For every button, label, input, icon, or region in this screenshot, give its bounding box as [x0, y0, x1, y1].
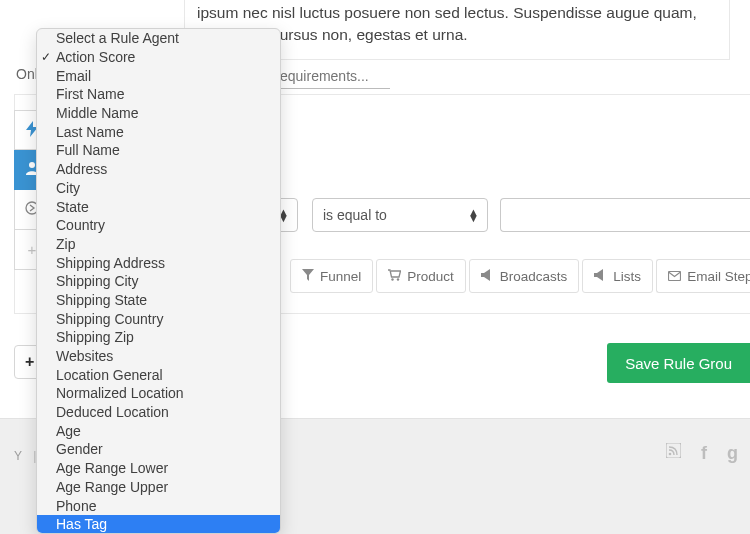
broadcast-icon: [481, 269, 494, 284]
chip-funnel[interactable]: Funnel: [290, 259, 373, 293]
dropdown-item[interactable]: Websites: [37, 347, 280, 366]
chip-lists[interactable]: Lists: [582, 259, 653, 293]
dropdown-item[interactable]: Normalized Location: [37, 384, 280, 403]
plus-icon: +: [25, 353, 34, 371]
dropdown-item[interactable]: Shipping City: [37, 272, 280, 291]
dropdown-item[interactable]: Full Name: [37, 141, 280, 160]
dropdown-item[interactable]: Age Range Upper: [37, 478, 280, 497]
lists-icon: [594, 269, 607, 284]
google-plus-icon[interactable]: g: [727, 443, 738, 464]
dropdown-item[interactable]: First Name: [37, 85, 280, 104]
facebook-icon[interactable]: f: [701, 443, 707, 464]
chip-label: Email Step: [687, 269, 750, 284]
footer-policy-fragment: Y: [14, 449, 23, 463]
rule-agent-dropdown[interactable]: Select a Rule AgentAction ScoreEmailFirs…: [36, 28, 281, 534]
svg-rect-5: [666, 443, 681, 458]
dropdown-item[interactable]: Select a Rule Agent: [37, 29, 280, 48]
envelope-icon: [668, 269, 681, 284]
dropdown-item[interactable]: Middle Name: [37, 104, 280, 123]
dropdown-item[interactable]: Action Score: [37, 48, 280, 67]
dropdown-item[interactable]: Has Tag: [37, 515, 280, 534]
app-canvas: ipsum nec nisl luctus posuere non sed le…: [0, 0, 750, 534]
dropdown-item[interactable]: Age: [37, 421, 280, 440]
dropdown-item[interactable]: Phone: [37, 496, 280, 515]
dropdown-item[interactable]: Zip: [37, 235, 280, 254]
chip-label: Product: [407, 269, 454, 284]
funnel-icon: [302, 269, 314, 284]
dropdown-item[interactable]: Shipping Address: [37, 253, 280, 272]
rss-icon[interactable]: [666, 443, 681, 464]
dropdown-item[interactable]: Location General: [37, 365, 280, 384]
chip-broadcasts[interactable]: Broadcasts: [469, 259, 580, 293]
svg-point-2: [392, 278, 394, 280]
footer-social: f g: [666, 443, 738, 464]
dropdown-item[interactable]: City: [37, 179, 280, 198]
dropdown-item[interactable]: Country: [37, 216, 280, 235]
updown-icon: ▲▼: [468, 209, 479, 221]
cart-icon: [388, 269, 401, 284]
dropdown-item[interactable]: Gender: [37, 440, 280, 459]
dropdown-item[interactable]: Shipping Zip: [37, 328, 280, 347]
svg-point-3: [397, 278, 399, 280]
chip-label: Broadcasts: [500, 269, 568, 284]
chip-email-step[interactable]: Email Step: [656, 259, 750, 293]
operator-value: is equal to: [323, 207, 387, 223]
filter-chip-row: Funnel Product Broadcasts Lists Email St…: [290, 259, 750, 293]
svg-point-0: [29, 162, 35, 168]
chip-label: Funnel: [320, 269, 361, 284]
dropdown-item[interactable]: Email: [37, 66, 280, 85]
dropdown-item[interactable]: Address: [37, 160, 280, 179]
save-rule-group-button[interactable]: Save Rule Grou: [607, 343, 750, 383]
dropdown-item[interactable]: State: [37, 197, 280, 216]
chip-product[interactable]: Product: [376, 259, 466, 293]
svg-point-6: [669, 453, 672, 456]
dropdown-item[interactable]: Shipping State: [37, 291, 280, 310]
dropdown-item[interactable]: Shipping Country: [37, 309, 280, 328]
operator-select[interactable]: is equal to ▲▼: [312, 198, 488, 232]
value-input[interactable]: [500, 198, 750, 232]
chip-label: Lists: [613, 269, 641, 284]
requirements-input[interactable]: [280, 66, 390, 89]
dropdown-item[interactable]: Last Name: [37, 122, 280, 141]
dropdown-item[interactable]: Deduced Location: [37, 403, 280, 422]
dropdown-item[interactable]: Age Range Lower: [37, 459, 280, 478]
